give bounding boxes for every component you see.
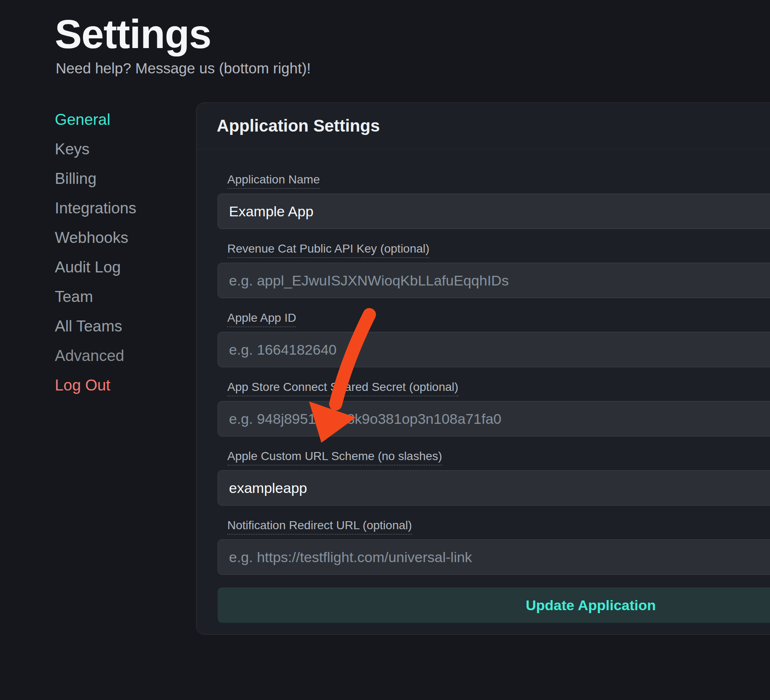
field-label: Apple App ID xyxy=(227,312,296,327)
form-field-group: App Store Connect Shared Secret (optiona… xyxy=(218,381,770,436)
field-label: Revenue Cat Public API Key (optional) xyxy=(227,242,429,258)
form-field-group: Application Name xyxy=(218,173,770,229)
field-input[interactable] xyxy=(218,539,770,575)
field-input[interactable] xyxy=(218,194,770,229)
form-field-group: Apple App ID xyxy=(218,312,770,367)
sidebar-item[interactable]: Log Out xyxy=(55,377,110,394)
field-label: App Store Connect Shared Secret (optiona… xyxy=(227,381,458,396)
settings-sidebar: General Keys Billing Integrations Webhoo… xyxy=(55,111,181,407)
sidebar-item[interactable]: Integrations xyxy=(55,200,136,217)
field-label: Apple Custom URL Scheme (no slashes) xyxy=(227,450,442,466)
page-title: Settings xyxy=(55,11,211,57)
sidebar-item[interactable]: Webhooks xyxy=(55,229,128,246)
form-field-group: Apple Custom URL Scheme (no slashes) xyxy=(218,450,770,506)
sidebar-item[interactable]: Billing xyxy=(55,170,97,187)
sidebar-item[interactable]: Audit Log xyxy=(55,259,121,276)
page-subtitle: Need help? Message us (bottom right)! xyxy=(56,60,311,77)
sidebar-item[interactable]: Team xyxy=(55,288,93,305)
application-settings-card: Application Settings Application Name Re… xyxy=(196,102,770,635)
card-body: Application Name Revenue Cat Public API … xyxy=(197,149,770,635)
card-header: Application Settings xyxy=(197,103,770,149)
field-input[interactable] xyxy=(218,470,770,506)
sidebar-item[interactable]: Advanced xyxy=(55,347,124,364)
field-label: Application Name xyxy=(227,173,320,189)
sidebar-item[interactable]: General xyxy=(55,111,110,128)
field-input[interactable] xyxy=(218,263,770,298)
field-input[interactable] xyxy=(218,332,770,367)
sidebar-item[interactable]: Keys xyxy=(55,141,89,158)
update-application-button[interactable]: Update Application xyxy=(218,587,770,623)
field-input[interactable] xyxy=(218,401,770,436)
card-title: Application Settings xyxy=(217,116,380,135)
form-field-group: Notification Redirect URL (optional) xyxy=(218,519,770,575)
sidebar-item[interactable]: All Teams xyxy=(55,318,122,335)
form-field-group: Revenue Cat Public API Key (optional) xyxy=(218,242,770,298)
field-label: Notification Redirect URL (optional) xyxy=(227,519,412,535)
